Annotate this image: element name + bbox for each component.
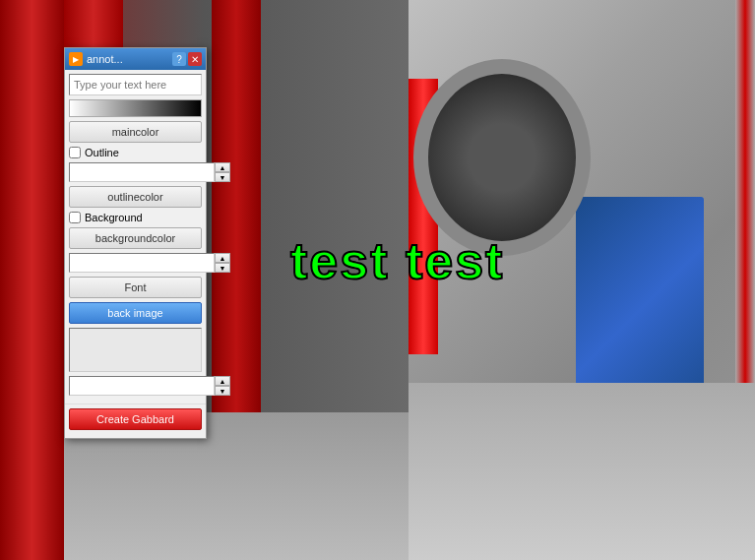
- test-text: test test: [290, 231, 504, 290]
- position-spinner-buttons: ▲ ▼: [215, 376, 230, 396]
- fontsize-spinner-down[interactable]: ▼: [215, 263, 230, 273]
- outline-spinner-buttons: ▲ ▼: [215, 162, 230, 182]
- outline-spinner-row: 2 ▲ ▼: [69, 162, 202, 182]
- color-preview-bar: [69, 99, 202, 117]
- outline-label: Outline: [85, 147, 119, 158]
- left-shelf: [0, 0, 64, 560]
- fontsize-spinner-row: 40 ▲ ▼: [69, 253, 202, 273]
- outline-checkbox[interactable]: [69, 147, 81, 158]
- background-label: Background: [85, 212, 143, 223]
- background-row: Background: [69, 212, 202, 223]
- dialog-bottom: Create Gabbard: [65, 404, 206, 438]
- dialog-content: maincolor Outline 2 ▲ ▼ outlinecolor Bac…: [65, 70, 206, 404]
- create-button[interactable]: Create Gabbard: [69, 408, 202, 430]
- outline-row: Outline: [69, 147, 202, 158]
- font-button[interactable]: Font: [69, 277, 202, 298]
- dialog-window: ▶ annot... ? ✕ maincolor Outline 2 ▲ ▼ o…: [64, 47, 207, 439]
- position-spinner-up[interactable]: ▲: [215, 376, 230, 386]
- dialog-icon: ▶: [69, 52, 83, 66]
- backimage-button[interactable]: back image: [69, 302, 202, 324]
- fontsize-spinner-buttons: ▲ ▼: [215, 253, 230, 273]
- shelf-right: [735, 0, 755, 394]
- close-button[interactable]: ✕: [188, 52, 202, 66]
- dialog-title: annot...: [87, 53, 170, 65]
- position-spinner-row: 5 ▲ ▼: [69, 376, 202, 396]
- background-checkbox[interactable]: [69, 212, 81, 223]
- preview-area: [69, 328, 202, 372]
- outline-spinner-up[interactable]: ▲: [215, 162, 230, 172]
- fontsize-input[interactable]: 40: [69, 253, 215, 273]
- outlinecolor-button[interactable]: outlinecolor: [69, 186, 202, 208]
- maincolor-button[interactable]: maincolor: [69, 121, 202, 143]
- text-input[interactable]: [69, 74, 202, 95]
- outline-spinner-down[interactable]: ▼: [215, 172, 230, 182]
- outline-value-input[interactable]: 2: [69, 162, 215, 182]
- dialog-titlebar: ▶ annot... ? ✕: [65, 48, 206, 70]
- position-spinner-down[interactable]: ▼: [215, 386, 230, 396]
- help-button[interactable]: ?: [172, 52, 186, 66]
- backgroundcolor-button[interactable]: backgroundcolor: [69, 227, 202, 249]
- motorcycle-wheel: [413, 59, 591, 256]
- position-input[interactable]: 5: [69, 376, 215, 396]
- fontsize-spinner-up[interactable]: ▲: [215, 253, 230, 263]
- workshop-floor-right: [409, 383, 755, 560]
